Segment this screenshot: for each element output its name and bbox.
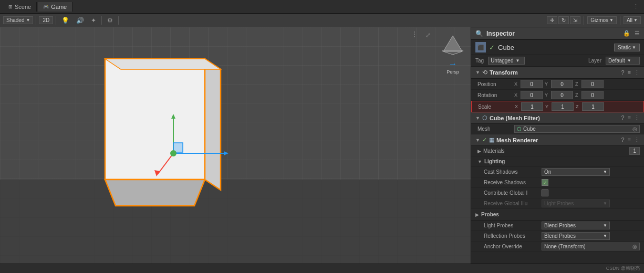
light-probes-dropdown[interactable]: Blend Probes ▼ bbox=[542, 222, 610, 229]
mesh-renderer-more[interactable]: ⋮ bbox=[634, 136, 640, 143]
transform-gizmo bbox=[152, 111, 236, 195]
mesh-renderer-header[interactable]: ▼ ✓ ▦ Mesh Renderer ? ≡ ⋮ bbox=[471, 134, 644, 146]
object-checkbox[interactable]: ✓ bbox=[489, 44, 495, 51]
pos-y-value[interactable]: 0 bbox=[551, 80, 573, 88]
mesh-renderer-title: Mesh Renderer bbox=[496, 137, 619, 143]
transform-tools[interactable]: ✛ ↻ ⇲ bbox=[547, 16, 580, 24]
all-dropdown[interactable]: All ▼ bbox=[624, 16, 641, 24]
materials-arrow: ▶ bbox=[477, 149, 481, 154]
mesh-pick-icon[interactable]: ◎ bbox=[632, 126, 637, 132]
anchor-override-row: Anchor Override None (Transform) ◎ bbox=[471, 242, 644, 252]
rotate-tool-icon[interactable]: ↻ bbox=[558, 16, 569, 24]
tab-bar: ⊞ Scene 🎮 Game ⋮ bbox=[0, 0, 644, 14]
pos-x-value[interactable]: 0 bbox=[521, 80, 543, 88]
scale-x-label: X bbox=[515, 104, 520, 109]
editor-window: ⊞ Scene 🎮 Game ⋮ Shaded ▼ 2D 💡 🔊 ✦ ⚙ ✛ ↻… bbox=[0, 0, 644, 273]
anchor-override-label: Anchor Override bbox=[484, 244, 542, 249]
static-arrow: ▼ bbox=[632, 45, 636, 50]
game-tab[interactable]: 🎮 Game bbox=[38, 2, 72, 12]
svg-marker-3 bbox=[105, 59, 221, 69]
mesh-cube-value: Cube bbox=[523, 126, 536, 132]
rot-z-value[interactable]: 0 bbox=[581, 91, 604, 99]
rot-y-field[interactable]: Y 0 bbox=[545, 91, 573, 99]
nav-cube[interactable]: → Persp bbox=[439, 32, 466, 75]
scale-x-field[interactable]: X 1 bbox=[515, 102, 543, 111]
rot-y-value[interactable]: 0 bbox=[551, 91, 573, 99]
anchor-override-field[interactable]: None (Transform) ◎ bbox=[542, 243, 640, 250]
object-type-icon: ⬛ bbox=[475, 42, 486, 52]
mesh-label: Mesh bbox=[477, 126, 514, 132]
mesh-renderer-help[interactable]: ? bbox=[621, 136, 624, 143]
move-tool-icon[interactable]: ✛ bbox=[547, 16, 557, 24]
mesh-renderer-actions: ? ≡ ⋮ bbox=[621, 136, 640, 143]
pos-z-value[interactable]: 0 bbox=[581, 80, 604, 88]
scale-label: Scale bbox=[478, 104, 515, 110]
gizmos-arrow: ▼ bbox=[609, 18, 614, 23]
mesh-filter-more[interactable]: ⋮ bbox=[634, 114, 640, 121]
maximize-icon[interactable]: ⤢ bbox=[425, 32, 431, 39]
tag-dropdown[interactable]: Untagged ▼ bbox=[488, 57, 525, 65]
reflection-probes-row: Reflection Probes Blend Probes ▼ bbox=[471, 231, 644, 242]
shading-dropdown[interactable]: Shaded ▼ bbox=[3, 16, 33, 24]
scale-z-value[interactable]: 1 bbox=[582, 102, 604, 111]
transform-settings[interactable]: ≡ bbox=[628, 69, 631, 76]
mesh-filter-header[interactable]: ▼ ⬡ Cube (Mesh Filter) ? ≡ ⋮ bbox=[471, 112, 644, 124]
pos-y-field[interactable]: Y 0 bbox=[545, 80, 573, 88]
svg-marker-12 bbox=[443, 36, 462, 51]
layer-dropdown[interactable]: Default ▼ bbox=[606, 57, 640, 65]
btn-audio[interactable]: 🔊 bbox=[74, 16, 87, 25]
scale-tool-icon[interactable]: ⇲ bbox=[570, 16, 580, 24]
scale-y-value[interactable]: 1 bbox=[552, 102, 574, 111]
contribute-gi-check[interactable] bbox=[542, 190, 548, 196]
gizmos-btn[interactable]: Gizmos ▼ bbox=[587, 16, 617, 24]
transform-icon: ⟲ bbox=[482, 69, 487, 76]
sep2 bbox=[56, 16, 56, 25]
transform-actions: ? ≡ ⋮ bbox=[621, 69, 640, 76]
probes-title: Probes bbox=[481, 212, 640, 217]
cast-shadows-row: Cast Shadows On ▼ bbox=[471, 167, 644, 177]
receive-shadows-check[interactable]: ✓ bbox=[542, 179, 548, 186]
cast-shadows-dropdown[interactable]: On ▼ bbox=[542, 168, 610, 176]
mesh-renderer-checkbox[interactable]: ✓ bbox=[482, 136, 487, 143]
rot-x-field[interactable]: X 0 bbox=[514, 91, 543, 99]
position-row: Position X 0 Y 0 Z bbox=[471, 79, 644, 90]
scene-tab[interactable]: ⊞ Scene bbox=[3, 2, 37, 12]
inspector-scroll-area[interactable]: ⬛ ✓ Cube Static ▼ Tag Untagged ▼ Layer bbox=[471, 40, 644, 264]
svg-marker-7 bbox=[224, 151, 228, 155]
mesh-filter-settings[interactable]: ≡ bbox=[628, 114, 631, 121]
rot-x-value[interactable]: 0 bbox=[521, 91, 543, 99]
position-fields: X 0 Y 0 Z 0 bbox=[514, 80, 640, 88]
btn-fx[interactable]: ✦ bbox=[88, 16, 99, 25]
btn-light[interactable]: 💡 bbox=[59, 16, 72, 25]
inspector-header-icons: 🔒 ☰ bbox=[623, 30, 640, 37]
cast-shadows-label: Cast Shadows bbox=[484, 169, 542, 175]
pos-z-field[interactable]: Z 0 bbox=[575, 80, 604, 88]
lighting-sub-header[interactable]: ▼ Lighting bbox=[471, 156, 644, 167]
mesh-value-field[interactable]: ⬡ Cube ◎ bbox=[514, 125, 640, 133]
probes-header[interactable]: ▶ Probes bbox=[471, 209, 644, 220]
transform-help[interactable]: ? bbox=[621, 69, 624, 76]
mesh-filter-help[interactable]: ? bbox=[621, 114, 624, 121]
pos-x-field[interactable]: X 0 bbox=[514, 80, 543, 88]
hamburger-icon[interactable]: ☰ bbox=[635, 30, 640, 37]
btn-2d[interactable]: 2D bbox=[39, 16, 53, 24]
mesh-filter-icon: ⬡ bbox=[482, 114, 487, 121]
reflection-probes-dropdown[interactable]: Blend Probes ▼ bbox=[542, 232, 610, 240]
scale-y-field[interactable]: Y 1 bbox=[545, 102, 574, 111]
transform-header[interactable]: ▼ ⟲ Transform ? ≡ ⋮ bbox=[471, 67, 644, 79]
tab-more-icon[interactable]: ⋮ bbox=[633, 3, 641, 10]
rot-z-field[interactable]: Z 0 bbox=[575, 91, 604, 99]
scene-viewport[interactable]: → Persp ⤢ ⋮ bbox=[0, 27, 471, 264]
mesh-filter-actions: ? ≡ ⋮ bbox=[621, 114, 640, 121]
more-icon[interactable]: ⋮ bbox=[411, 30, 418, 38]
mesh-renderer-settings[interactable]: ≡ bbox=[628, 136, 631, 143]
transform-more[interactable]: ⋮ bbox=[634, 69, 640, 76]
scale-z-field[interactable]: Z 1 bbox=[576, 102, 604, 111]
btn-scene-settings[interactable]: ⚙ bbox=[105, 16, 116, 25]
static-badge[interactable]: Static ▼ bbox=[614, 44, 640, 51]
lock-icon[interactable]: 🔒 bbox=[623, 30, 630, 37]
anchor-override-pick[interactable]: ◎ bbox=[632, 244, 637, 249]
scale-x-value[interactable]: 1 bbox=[521, 102, 543, 111]
scale-row: Scale X 1 Y 1 Z bbox=[471, 101, 644, 112]
svg-line-8 bbox=[158, 153, 173, 174]
